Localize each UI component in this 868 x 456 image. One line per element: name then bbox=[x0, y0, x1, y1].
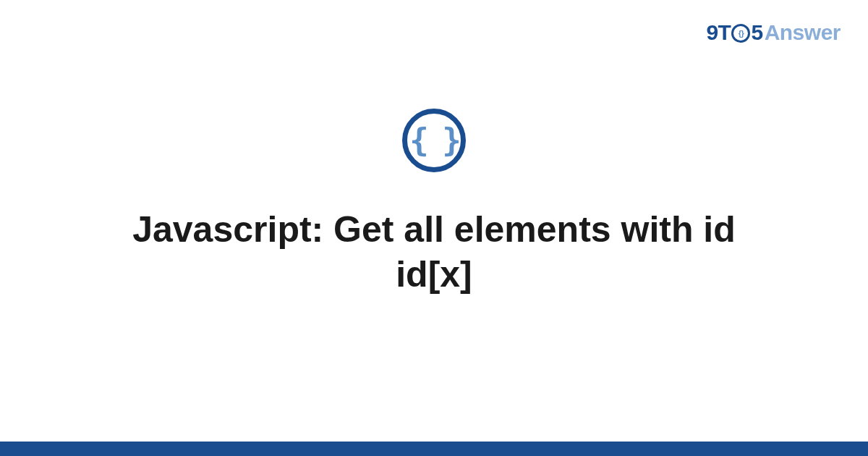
code-braces-icon: { } bbox=[402, 109, 466, 172]
footer-bar bbox=[0, 442, 868, 456]
braces-glyph: { } bbox=[409, 124, 458, 156]
main-content: { } Javascript: Get all elements with id… bbox=[0, 0, 868, 456]
page-title: Javascript: Get all elements with id id[… bbox=[72, 207, 796, 297]
